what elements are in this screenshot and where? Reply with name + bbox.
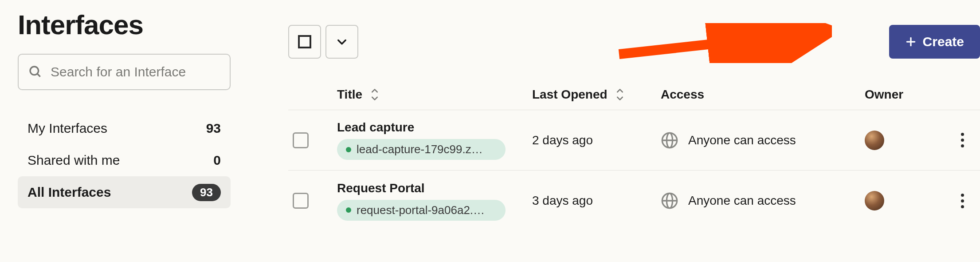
last-opened-cell: 2 days ago [532, 133, 661, 147]
toolbar-dropdown-button[interactable] [325, 25, 358, 59]
owner-avatar[interactable] [865, 131, 884, 150]
title-cell: Lead capture lead-capture-179c99.z… [337, 120, 532, 160]
sidebar-item-count-badge: 93 [192, 184, 221, 201]
column-header-title[interactable]: Title [337, 87, 532, 102]
sort-icon [369, 88, 380, 101]
column-header-last-opened[interactable]: Last Opened [532, 87, 661, 102]
row-actions-menu[interactable] [953, 192, 971, 210]
toolbar: Create [288, 25, 980, 59]
owner-avatar[interactable] [865, 191, 884, 210]
toolbar-left [288, 25, 358, 59]
access-text: Anyone can access [688, 133, 796, 147]
access-text: Anyone can access [688, 194, 796, 208]
globe-icon [661, 131, 678, 149]
table-row[interactable]: Request Portal request-portal-9a06a2.… 3… [288, 171, 980, 231]
sidebar-item-label: My Interfaces [27, 121, 107, 136]
select-all-button[interactable] [288, 25, 321, 59]
row-actions-menu[interactable] [953, 131, 971, 149]
search-input[interactable] [51, 64, 220, 79]
access-cell: Anyone can access [661, 192, 865, 210]
sidebar: Interfaces My Interfaces 93 Shared with … [0, 0, 248, 262]
chip-text: request-portal-9a06a2.… [357, 203, 485, 217]
url-chip[interactable]: lead-capture-179c99.z… [337, 139, 506, 160]
page-title: Interfaces [18, 9, 231, 40]
status-dot-icon [346, 147, 351, 152]
globe-icon [661, 192, 678, 210]
url-chip[interactable]: request-portal-9a06a2.… [337, 200, 506, 221]
plus-icon [905, 36, 917, 48]
row-title: Lead capture [337, 120, 532, 135]
sidebar-item-my-interfaces[interactable]: My Interfaces 93 [18, 112, 231, 144]
sidebar-item-all-interfaces[interactable]: All Interfaces 93 [18, 176, 231, 208]
row-title: Request Portal [337, 181, 532, 195]
create-button[interactable]: Create [889, 25, 980, 59]
chip-text: lead-capture-179c99.z… [357, 143, 483, 156]
svg-point-0 [30, 67, 39, 75]
sort-icon [615, 88, 625, 101]
sidebar-nav: My Interfaces 93 Shared with me 0 All In… [18, 112, 231, 208]
sidebar-item-count: 0 [213, 153, 221, 168]
sidebar-item-label: All Interfaces [27, 185, 111, 200]
svg-line-1 [37, 74, 40, 77]
create-button-label: Create [923, 34, 964, 49]
main-content: Create Title Last Opened [248, 0, 980, 262]
sidebar-item-shared-with-me[interactable]: Shared with me 0 [18, 144, 231, 176]
sidebar-item-label: Shared with me [27, 153, 120, 168]
interfaces-table: Title Last Opened Access Owner [288, 79, 980, 231]
sidebar-item-count: 93 [206, 121, 221, 136]
column-header-owner[interactable]: Owner [865, 87, 953, 102]
title-cell: Request Portal request-portal-9a06a2.… [337, 181, 532, 221]
last-opened-cell: 3 days ago [532, 194, 661, 208]
access-cell: Anyone can access [661, 131, 865, 149]
search-box[interactable] [18, 54, 231, 90]
table-row[interactable]: Lead capture lead-capture-179c99.z… 2 da… [288, 110, 980, 171]
status-dot-icon [346, 207, 351, 213]
search-icon [28, 65, 43, 79]
row-checkbox[interactable] [293, 132, 309, 148]
row-checkbox[interactable] [293, 193, 309, 209]
chevron-down-icon [336, 36, 348, 48]
table-header: Title Last Opened Access Owner [288, 79, 980, 110]
square-icon [298, 35, 311, 48]
column-header-access[interactable]: Access [661, 87, 865, 102]
